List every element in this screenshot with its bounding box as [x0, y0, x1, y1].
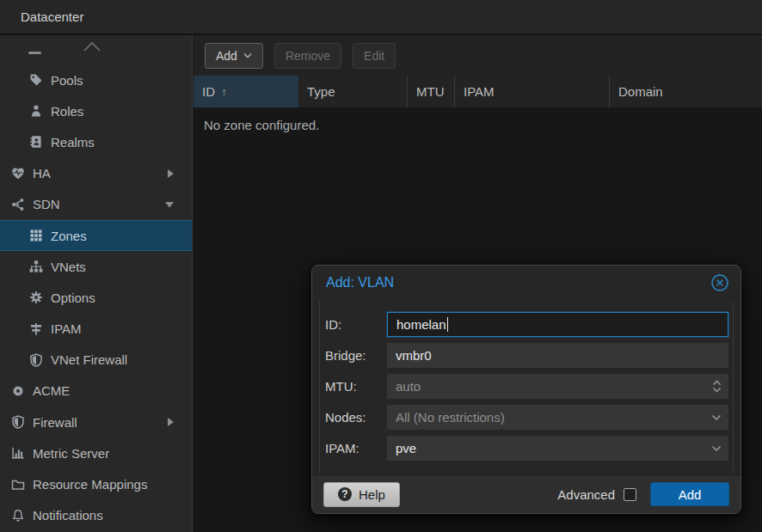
- sidebar-item-vnets[interactable]: VNets: [0, 251, 192, 282]
- mtu-input-placeholder: auto: [396, 379, 421, 394]
- tag-icon: [28, 73, 44, 87]
- question-icon: ?: [338, 487, 352, 501]
- sidebar-item-label: Notifications: [33, 508, 103, 523]
- edit-button-label: Edit: [364, 49, 384, 63]
- sidebar-item-label: Firewall: [33, 415, 77, 430]
- sidebar-item-label: SDN: [33, 197, 60, 211]
- chevron-down-icon[interactable]: [711, 405, 722, 430]
- mtu-field-label: MTU:: [325, 379, 387, 394]
- nodes-field-label: Nodes:: [325, 410, 387, 425]
- resource-tree-sidebar: Pools Roles Realms HA SDN Z: [0, 35, 193, 532]
- sidebar-item-label: IPAM: [51, 321, 82, 336]
- column-label: Type: [307, 84, 335, 99]
- add-vlan-dialog: Add: VLAN ID: homelan Bridge: vmbr0 MTU:: [311, 265, 741, 514]
- grid-icon: [28, 229, 44, 242]
- dialog-title: Add: VLAN: [326, 275, 394, 290]
- id-input[interactable]: homelan: [387, 312, 728, 337]
- close-icon[interactable]: [710, 273, 729, 292]
- ipam-select[interactable]: pve: [387, 436, 728, 461]
- top-header-bar: Datacenter: [0, 0, 762, 34]
- certificate-seal-icon: [10, 384, 26, 398]
- gear-icon: [28, 290, 44, 304]
- column-header-domain[interactable]: Domain: [610, 76, 762, 107]
- signpost-icon: [28, 322, 44, 336]
- sidebar-item-label: Resource Mappings: [33, 477, 147, 492]
- chevron-right-icon[interactable]: [166, 417, 175, 427]
- column-header-type[interactable]: Type: [298, 76, 408, 107]
- address-book-icon: [28, 135, 44, 149]
- sidebar-item-label: Pools: [51, 73, 83, 88]
- sidebar-item-roles[interactable]: Roles: [0, 95, 192, 126]
- chevron-right-icon[interactable]: [166, 168, 175, 179]
- sidebar-item-zones[interactable]: Zones: [0, 220, 192, 251]
- add-menu-button[interactable]: Add: [205, 43, 263, 69]
- proxmox-app: Datacenter Pools Roles Realms: [0, 0, 762, 532]
- sidebar-item-label: Zones: [51, 229, 87, 243]
- sidebar-item-metric-server[interactable]: Metric Server: [0, 437, 192, 468]
- sidebar-item-ha[interactable]: HA: [0, 158, 192, 189]
- advanced-label: Advanced: [557, 487, 615, 502]
- sidebar-item-sdn[interactable]: SDN: [0, 189, 192, 220]
- help-button-label: Help: [359, 487, 385, 502]
- advanced-checkbox[interactable]: [624, 488, 636, 501]
- chevron-down-icon: [243, 52, 252, 58]
- empty-grid-message: No zone configured.: [204, 118, 319, 132]
- dialog-body: ID: homelan Bridge: vmbr0 MTU: auto: [319, 302, 734, 474]
- bridge-field-label: Bridge:: [325, 348, 387, 363]
- sidebar-item-label: Metric Server: [33, 446, 109, 461]
- column-header-ipam[interactable]: IPAM: [455, 76, 610, 107]
- help-button[interactable]: ? Help: [323, 482, 400, 507]
- sidebar-item-ipam[interactable]: IPAM: [0, 314, 192, 345]
- dialog-header[interactable]: Add: VLAN: [312, 266, 740, 300]
- user-icon: [28, 104, 44, 118]
- edit-button[interactable]: Edit: [353, 43, 396, 69]
- page-title: Datacenter: [21, 9, 83, 24]
- sidebar-item-label: Roles: [51, 104, 83, 119]
- zones-toolbar: Add Remove Edit: [194, 35, 762, 76]
- remove-button-label: Remove: [286, 49, 330, 63]
- chevron-down-icon[interactable]: [164, 200, 175, 209]
- spinner-up-down-icons[interactable]: [712, 374, 722, 399]
- sidebar-item-label: VNets: [51, 260, 86, 274]
- column-label: MTU: [416, 84, 445, 99]
- sidebar-item-label: VNet Firewall: [51, 352, 127, 367]
- sidebar-item-resource-mappings[interactable]: Resource Mappings: [0, 468, 192, 499]
- remove-button[interactable]: Remove: [274, 43, 341, 69]
- sidebar-item-acme[interactable]: ACME: [0, 376, 192, 407]
- bar-chart-icon: [10, 446, 26, 460]
- id-input-value: homelan: [396, 317, 446, 332]
- text-caret: [447, 317, 448, 332]
- folder-icon: [10, 478, 26, 492]
- zones-grid-header: ID ↑ Type MTU IPAM Domain: [194, 76, 762, 107]
- sidebar-item-pools[interactable]: Pools: [0, 64, 192, 95]
- bridge-input-value: vmbr0: [396, 348, 432, 363]
- sidebar-item-notifications[interactable]: Notifications: [0, 500, 192, 531]
- sdn-network-icon: [10, 198, 26, 211]
- chevron-up-icon: [83, 40, 101, 53]
- sidebar-item-label: HA: [33, 166, 51, 180]
- sidebar-item-firewall[interactable]: Firewall: [0, 407, 192, 437]
- dialog-footer: ? Help Advanced Add: [312, 474, 740, 513]
- nodes-select-placeholder: All (No restrictions): [396, 410, 505, 425]
- sidebar-item-options[interactable]: Options: [0, 282, 192, 313]
- id-field-label: ID:: [325, 317, 387, 332]
- shield-icon: [10, 415, 26, 429]
- column-header-id[interactable]: ID ↑: [194, 76, 298, 107]
- ipam-field-label: IPAM:: [325, 441, 387, 456]
- sidebar-item-label: Options: [51, 290, 95, 305]
- mtu-spinner-input[interactable]: auto: [387, 374, 728, 399]
- column-label: ID: [202, 84, 215, 99]
- column-label: IPAM: [464, 84, 495, 99]
- sidebar-item-partial[interactable]: [0, 35, 192, 64]
- dialog-add-button[interactable]: Add: [650, 482, 729, 506]
- shield-icon: [28, 353, 44, 367]
- column-label: Domain: [618, 84, 663, 99]
- sidebar-item-label: Realms: [51, 135, 95, 150]
- sidebar-item-vnet-firewall[interactable]: VNet Firewall: [0, 345, 192, 376]
- bridge-input[interactable]: vmbr0: [387, 343, 728, 368]
- column-header-mtu[interactable]: MTU: [408, 76, 455, 107]
- chevron-down-icon[interactable]: [711, 436, 722, 461]
- bell-icon: [10, 509, 26, 523]
- nodes-select[interactable]: All (No restrictions): [387, 405, 728, 430]
- sidebar-item-realms[interactable]: Realms: [0, 126, 192, 157]
